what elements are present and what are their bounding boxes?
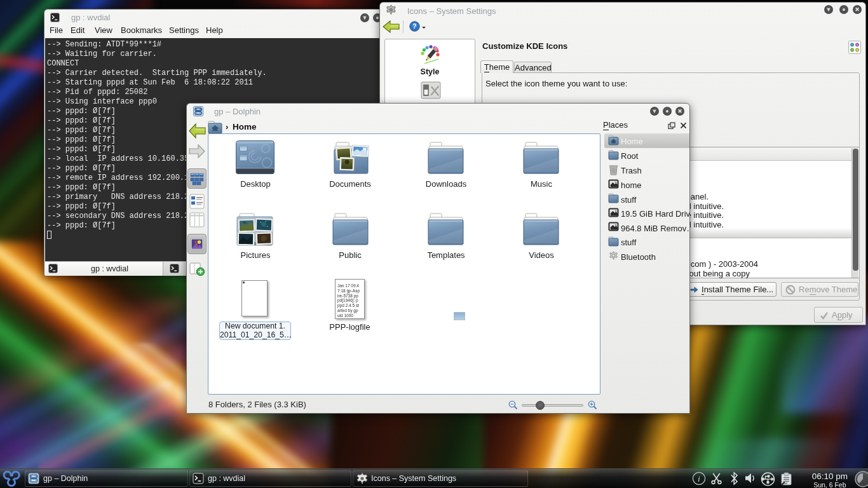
svg-text:?: ? (412, 23, 416, 30)
svg-text:i: i (698, 474, 700, 484)
